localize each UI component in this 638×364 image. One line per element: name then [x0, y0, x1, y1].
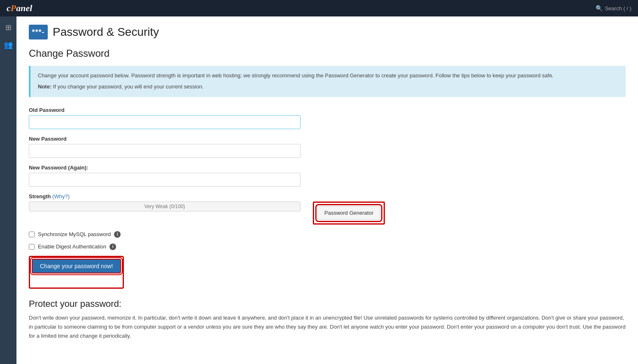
search-label: Search ( / ): [605, 5, 631, 12]
page-header: ***- Password & Security: [29, 25, 626, 39]
change-password-button[interactable]: Change your password now!: [32, 259, 121, 274]
main-content: ***- Password & Security Change Password…: [16, 16, 638, 364]
search-area[interactable]: 🔍 Search ( / ): [596, 5, 631, 12]
info-note-text: If you change your password, you will en…: [53, 83, 204, 90]
sync-mysql-checkbox[interactable]: [29, 232, 35, 237]
digest-auth-checkbox[interactable]: [29, 244, 35, 250]
password-generator-button[interactable]: Password Generator: [317, 206, 380, 220]
old-password-group: Old Password: [29, 107, 626, 129]
info-box: Change your account password below. Pass…: [29, 66, 626, 97]
strength-bar: Very Weak (0/100): [29, 202, 300, 211]
old-password-label: Old Password: [29, 107, 626, 113]
strength-generator-row: Strength (Why?) Very Weak (0/100) Passwo…: [29, 193, 626, 225]
section-title: Change Password: [29, 48, 626, 59]
sidebar: ⊞ 👥: [0, 16, 16, 364]
top-navbar: cPanel 🔍 Search ( / ): [0, 0, 638, 16]
info-text: Change your account password below. Pass…: [38, 72, 618, 80]
digest-auth-group: Enable Digest Authentication i: [29, 243, 626, 250]
generator-wrapper: Password Generator: [313, 193, 385, 225]
info-note-label: Note:: [38, 83, 51, 90]
new-password-again-group: New Password (Again):: [29, 165, 626, 187]
new-password-again-label: New Password (Again):: [29, 165, 626, 171]
sync-mysql-label: Synchronize MySQL password: [38, 231, 111, 237]
digest-auth-label: Enable Digest Authentication: [38, 243, 106, 250]
page-title: Password & Security: [53, 26, 159, 39]
digest-auth-info-icon[interactable]: i: [109, 243, 116, 250]
protect-text: Don't write down your password, memorize…: [29, 313, 626, 341]
new-password-group: New Password: [29, 136, 626, 158]
generator-highlight-box: Password Generator: [313, 202, 385, 225]
users-icon[interactable]: 👥: [1, 38, 15, 52]
sync-mysql-info-icon[interactable]: i: [114, 231, 121, 238]
strength-group: Strength (Why?) Very Weak (0/100): [29, 193, 300, 211]
main-layout: ⊞ 👥 ***- Password & Security Change Pass…: [0, 16, 638, 364]
sync-mysql-group: Synchronize MySQL password i: [29, 231, 626, 238]
protect-title: Protect your password:: [29, 299, 626, 309]
strength-why-link[interactable]: (Why?): [52, 193, 70, 199]
strength-label-text: Strength: [29, 193, 51, 199]
new-password-again-input[interactable]: [29, 173, 300, 187]
cpanel-logo: cPanel: [7, 3, 32, 14]
info-note-paragraph: Note: If you change your password, you w…: [38, 83, 618, 91]
grid-icon[interactable]: ⊞: [1, 21, 15, 35]
search-icon: 🔍: [596, 5, 603, 12]
old-password-input[interactable]: [29, 115, 300, 129]
new-password-label: New Password: [29, 136, 626, 142]
page-icon: ***-: [29, 25, 48, 39]
new-password-input[interactable]: [29, 144, 300, 158]
change-password-highlight-box: Change your password now!: [29, 256, 124, 289]
strength-value: Very Weak (0/100): [144, 204, 185, 209]
